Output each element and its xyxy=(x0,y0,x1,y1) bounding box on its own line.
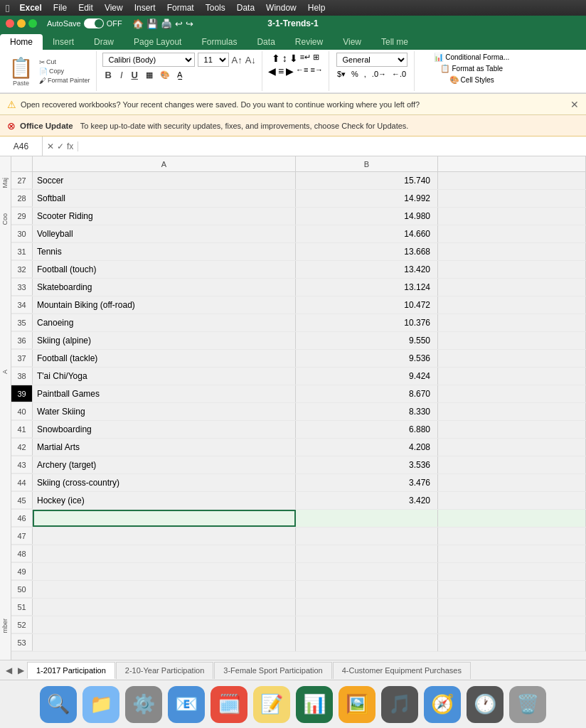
tab-scroll-left[interactable]: ◀ xyxy=(3,665,15,675)
cell-value[interactable]: 13.668 xyxy=(296,243,438,260)
cell-extra[interactable] xyxy=(438,599,586,616)
dock-settings-icon[interactable]: ⚙️ xyxy=(125,686,162,723)
cell-activity[interactable] xyxy=(33,634,296,651)
minimize-button[interactable] xyxy=(17,19,26,28)
redo-icon[interactable]: ↪ xyxy=(186,18,193,29)
decrease-font-button[interactable]: A↓ xyxy=(245,55,256,65)
dock-finder-icon[interactable]: 🔍 xyxy=(40,686,77,723)
table-row[interactable]: 43Archery (target)3.536 xyxy=(11,456,586,474)
cell-value[interactable]: 10.472 xyxy=(296,296,438,314)
table-row[interactable]: 29Scooter Riding14.980 xyxy=(11,208,586,225)
undo-icon[interactable]: ↩ xyxy=(175,18,183,29)
cell-value[interactable] xyxy=(296,581,438,598)
cell-value[interactable]: 15.740 xyxy=(296,172,438,189)
cell-extra[interactable] xyxy=(438,634,586,651)
increase-font-button[interactable]: A↑ xyxy=(232,55,243,65)
decrease-decimal-button[interactable]: ←.0 xyxy=(390,69,408,80)
cell-activity[interactable]: Skiing (cross-country) xyxy=(33,474,296,491)
comma-button[interactable]: , xyxy=(362,69,368,80)
table-row[interactable]: 37Football (tackle)9.536 xyxy=(11,350,586,368)
dock-folder-icon[interactable]: 📁 xyxy=(82,686,119,723)
tab-view[interactable]: View xyxy=(333,34,371,50)
menu-window[interactable]: Window xyxy=(266,3,297,13)
cell-extra[interactable] xyxy=(438,190,586,207)
cell-activity[interactable] xyxy=(33,528,296,545)
align-right-button[interactable]: ▶ xyxy=(286,65,294,77)
cell-activity[interactable]: Scooter Riding xyxy=(33,208,296,225)
cell-value[interactable]: 14.992 xyxy=(296,190,438,207)
cell-value[interactable]: 8.670 xyxy=(296,385,438,402)
decrease-indent-button[interactable]: ←≡ xyxy=(296,65,308,77)
align-center-button[interactable]: ≡ xyxy=(278,65,284,77)
table-row[interactable]: 47 xyxy=(11,528,586,545)
tab-insert[interactable]: Insert xyxy=(43,34,84,50)
table-row[interactable]: 39Paintball Games8.670 xyxy=(11,385,586,403)
table-row[interactable]: 34Mountain Biking (off-road)10.472 xyxy=(11,296,586,314)
formula-input[interactable] xyxy=(78,136,586,156)
close-button[interactable] xyxy=(6,19,14,28)
tab-formulas[interactable]: Formulas xyxy=(191,34,247,50)
table-row[interactable]: 33Skateboarding13.124 xyxy=(11,279,586,296)
column-header-a[interactable]: A xyxy=(33,156,296,172)
cell-extra[interactable] xyxy=(438,172,586,189)
cell-activity[interactable] xyxy=(33,545,296,562)
tab-tell-me[interactable]: Tell me xyxy=(371,34,418,50)
cell-extra[interactable] xyxy=(438,528,586,545)
cell-value[interactable]: 4.208 xyxy=(296,439,438,456)
cell-extra[interactable] xyxy=(438,545,586,562)
cell-extra[interactable] xyxy=(438,492,586,509)
menu-file[interactable]: File xyxy=(53,3,67,13)
cell-extra[interactable] xyxy=(438,510,586,527)
font-color-button[interactable]: A̲ xyxy=(175,70,185,80)
cell-value[interactable] xyxy=(296,528,438,545)
cell-extra[interactable] xyxy=(438,332,586,349)
cell-value[interactable]: 14.660 xyxy=(296,225,438,242)
print-icon[interactable]: 🖨️ xyxy=(161,18,172,29)
menu-help[interactable]: Help xyxy=(308,3,326,13)
increase-decimal-button[interactable]: .0→ xyxy=(370,69,388,80)
cell-extra[interactable] xyxy=(438,368,586,385)
align-top-button[interactable]: ⬆ xyxy=(272,53,280,64)
bold-button[interactable]: B xyxy=(102,69,114,81)
cell-activity[interactable]: Hockey (ice) xyxy=(33,492,296,509)
dock-excel-icon[interactable]: 📊 xyxy=(296,686,333,723)
cell-extra[interactable] xyxy=(438,243,586,260)
cell-reference-input[interactable] xyxy=(0,136,43,156)
table-row[interactable]: 32Football (touch)13.420 xyxy=(11,261,586,279)
tab-scroll-right[interactable]: ▶ xyxy=(15,665,27,675)
cell-extra[interactable] xyxy=(438,421,586,438)
table-row[interactable]: 46 xyxy=(11,510,586,528)
cancel-formula-icon[interactable]: ✕ xyxy=(47,141,54,151)
cell-activity[interactable]: Volleyball xyxy=(33,225,296,242)
conditional-format-button[interactable]: Conditional Forma... xyxy=(445,53,509,61)
cell-value[interactable]: 3.420 xyxy=(296,492,438,509)
menu-edit[interactable]: Edit xyxy=(78,3,93,13)
tab-home[interactable]: Home xyxy=(0,34,43,50)
tab-review[interactable]: Review xyxy=(285,34,333,50)
update-close-button[interactable]: ⊗ xyxy=(7,120,16,132)
cell-activity[interactable]: Archery (target) xyxy=(33,456,296,473)
cell-extra[interactable] xyxy=(438,261,586,278)
cell-activity[interactable] xyxy=(33,563,296,580)
copy-button[interactable]: 📄Copy xyxy=(39,68,90,75)
cell-value[interactable]: 9.424 xyxy=(296,368,438,385)
cell-activity[interactable]: Soccer xyxy=(33,172,296,189)
border-button[interactable]: ▦ xyxy=(144,70,155,80)
cell-extra[interactable] xyxy=(438,279,586,296)
cell-extra[interactable] xyxy=(438,208,586,225)
cell-value[interactable]: 8.330 xyxy=(296,403,438,420)
align-bottom-button[interactable]: ⬇ xyxy=(289,53,298,64)
column-header-b[interactable]: B xyxy=(296,156,438,172)
cell-activity[interactable]: Football (touch) xyxy=(33,261,296,278)
cell-activity[interactable]: Water Skiing xyxy=(33,403,296,420)
paste-button[interactable]: 📋 Paste xyxy=(9,56,33,87)
column-header-c[interactable] xyxy=(438,156,586,172)
cell-value[interactable] xyxy=(296,545,438,562)
font-size-select[interactable]: 11 xyxy=(198,53,229,67)
cell-activity[interactable]: T'ai Chi/Yoga xyxy=(33,368,296,385)
cell-value[interactable]: 3.536 xyxy=(296,456,438,473)
cell-activity[interactable]: Snowboarding xyxy=(33,421,296,438)
highlight-color-button[interactable]: 🎨 xyxy=(158,70,172,80)
cell-extra[interactable] xyxy=(438,616,586,633)
table-row[interactable]: 52 xyxy=(11,616,586,634)
